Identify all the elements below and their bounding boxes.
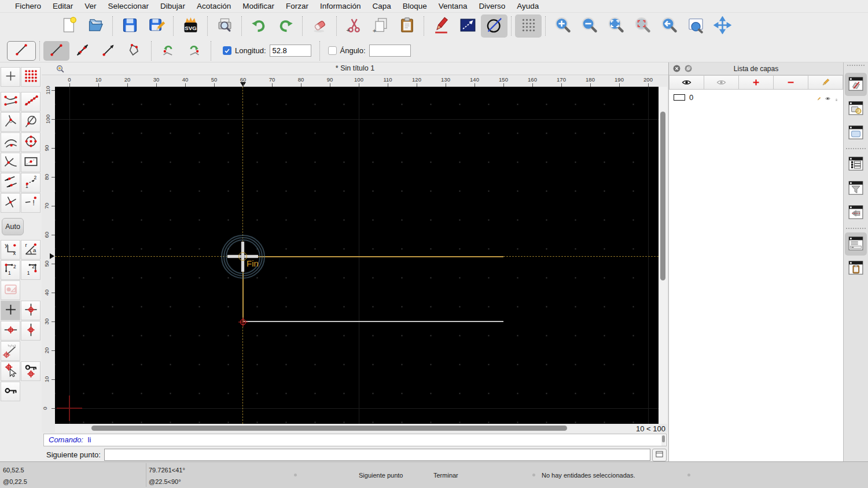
menu-ventana[interactable]: Ventana [433,0,473,13]
paste-button[interactable] [393,14,420,38]
copy-button[interactable]: + [367,14,393,38]
snap-cross-button[interactable] [1,193,20,213]
snap-free-button[interactable] [1,67,20,87]
menu-ver[interactable]: Ver [79,0,102,13]
angle-checkbox[interactable] [328,46,337,55]
zoom-previous-button[interactable] [656,14,682,38]
zoom-in-button[interactable] [549,14,576,38]
horizontal-scrollbar[interactable] [55,424,659,432]
dock-layer-list-button[interactable] [845,73,867,96]
command-history[interactable]: Comando: li [43,434,667,446]
restrict-sequence-button[interactable]: 12 [21,173,41,193]
menu-acotacion[interactable]: Acotación [191,0,237,13]
sequence-undo-button[interactable] [155,41,181,61]
line-arrow-button[interactable] [95,41,122,61]
vertical-target-button[interactable] [21,321,41,341]
zoom-out-button[interactable] [576,14,602,38]
snap-center-button[interactable] [21,132,41,152]
crosshair-target-button[interactable] [21,301,41,320]
angle-gauge-button[interactable] [1,341,20,361]
menu-dibujar[interactable]: Dibujar [155,0,191,13]
corner-right-button[interactable]: 12 [21,260,41,280]
edit-layer-icon[interactable] [812,93,821,102]
snap-tangent-button[interactable] [1,132,20,152]
drawing-canvas[interactable]: Fin [55,87,659,424]
snap-grid-button[interactable] [21,67,41,87]
menu-ayuda[interactable]: Ayuda [511,0,545,13]
menu-fichero[interactable]: Fichero [9,0,47,13]
vertical-scrollbar[interactable] [659,87,667,424]
polyline-button[interactable] [122,41,148,61]
corner-left-button[interactable]: 12 [1,260,20,280]
remove-layer-button[interactable] [774,75,808,90]
length-checkbox[interactable] [223,46,231,55]
dock-block-list-button[interactable] [845,97,867,120]
draw-pen-button[interactable] [428,14,454,38]
open-file-button[interactable] [82,14,109,38]
selection-disabled-button[interactable] [1,280,20,300]
zoom-window-button[interactable] [682,14,709,38]
undo-button[interactable] [245,14,272,38]
snap-endpoints-button[interactable] [1,92,20,112]
coord-polar-button[interactable]: ra [21,240,41,260]
edit-layer-button[interactable] [808,75,843,90]
line-two-points-button[interactable] [43,41,69,61]
horizontal-target-button[interactable] [1,321,20,341]
line-double-arrow-button[interactable] [69,41,95,61]
add-layer-button[interactable] [739,75,774,90]
snap-perpendicular-button[interactable] [1,153,20,172]
eraser-button[interactable] [306,14,333,38]
scrollbar-thumb[interactable] [662,435,665,442]
zoom-selected-button[interactable] [629,14,656,38]
menu-diverso[interactable]: Diverso [473,0,511,13]
crosshair-plus-button[interactable] [1,301,20,320]
snap-reference-box-button[interactable] [21,153,41,172]
show-all-layers-button[interactable] [669,75,704,90]
command-options-button[interactable] [652,449,667,461]
key-target-button[interactable] [21,361,41,381]
menu-editar[interactable]: Editar [47,0,79,13]
scrollbar-thumb[interactable] [91,426,567,431]
menu-forzar[interactable]: Forzar [280,0,314,13]
key-tool-button[interactable] [1,382,20,401]
zoom-auto-button[interactable] [602,14,629,38]
snap-on-entity-button[interactable] [21,92,41,112]
menu-capa[interactable]: Capa [367,0,397,13]
coord-cartesian-button[interactable]: yx [1,240,20,260]
dock-notifications-button[interactable] [845,201,867,224]
scrollbar-thumb[interactable] [660,112,665,280]
snap-exclusive-button[interactable]: ! [21,193,41,213]
print-preview-button[interactable] [211,14,238,38]
save-as-button[interactable] [143,14,170,38]
sequence-redo-button[interactable] [181,41,207,61]
layer-visibility-icon[interactable] [821,93,830,102]
dock-command-line-button[interactable] [845,232,867,256]
drawing-window-titlebar[interactable]: * Sin título 1 [42,62,668,75]
menu-bloque[interactable]: Bloque [397,0,433,13]
save-button[interactable] [116,14,143,38]
length-input[interactable] [270,45,311,57]
new-document-button[interactable] [56,14,82,38]
layer-lock-icon[interactable] [830,94,838,102]
dock-library-browser-button[interactable] [845,121,867,145]
command-history-scrollbar[interactable] [661,435,665,446]
selection-window-button[interactable] [454,14,481,38]
dock-entity-list-button[interactable] [845,153,867,176]
hide-all-layers-button[interactable] [704,75,739,90]
grid-toggle-button[interactable] [515,14,542,38]
restrict-parallel-button[interactable] [1,173,20,193]
redo-button[interactable] [272,14,299,38]
menu-informacion[interactable]: Información [314,0,367,13]
layer-color-swatch[interactable] [674,94,685,101]
snap-entity-loop-button[interactable] [21,112,41,132]
dock-selection-filter-button[interactable] [845,177,867,200]
angle-input[interactable] [369,45,411,57]
draft-toggle-button[interactable] [481,14,507,38]
command-input[interactable] [104,449,650,461]
pick-target-button[interactable] [1,361,20,381]
cut-button[interactable]: + [340,14,367,38]
snap-intersection-button[interactable] [1,112,20,132]
pan-button[interactable] [709,14,735,38]
menu-modificar[interactable]: Modificar [237,0,280,13]
svg-export-button[interactable]: SVG [177,14,204,38]
